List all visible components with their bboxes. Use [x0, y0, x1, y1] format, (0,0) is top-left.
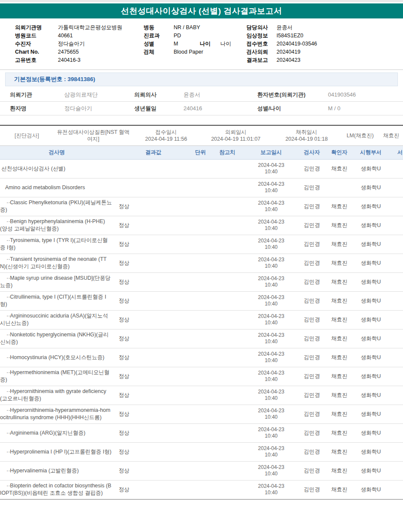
tester-name: 김민경: [296, 197, 328, 216]
field-label: 결과보고: [247, 56, 277, 64]
report-datetime: 2024-04-2310:40: [247, 235, 296, 254]
diagnosis-cell-line1: 유전성대사이상질환[NST 혈액여지]: [54, 129, 132, 142]
tester-name: 김민경: [296, 423, 328, 442]
tester-name: 김민경: [296, 272, 328, 291]
field-label: 병원코드: [15, 32, 58, 40]
form-cell: [391, 291, 403, 310]
field-value: 삼광의료재단: [64, 91, 134, 99]
confirmer-name: 채효진: [328, 367, 351, 386]
reference-value: [208, 272, 247, 291]
report-time: 10:40: [247, 301, 296, 307]
test-name: ··Homocystinuria (HCY)(호모시스틴뇨증): [0, 348, 114, 367]
patient-field-row: 의뢰기관명가톨릭대학교은평성모병원: [15, 24, 144, 32]
tester-name: 김민경: [296, 178, 328, 197]
report-date: 2024-04-23: [247, 370, 296, 376]
patient-field-row: 고유번호240416-3: [15, 56, 144, 64]
section-divider: [0, 70, 403, 70]
report-date: 2024-04-23: [247, 408, 296, 414]
report-time: 10:40: [247, 471, 296, 477]
patient-field-row: 접수번호20240419-03546: [247, 40, 388, 48]
test-name: Amino acid metabolism Disorders: [0, 178, 114, 197]
result-row: ··Homocystinuria (HCY)(호모시스틴뇨증)정상2024-04…: [0, 348, 403, 367]
field-label: 검체: [144, 48, 174, 56]
report-time: 10:40: [247, 357, 296, 364]
diagnosis-cell-line2: 2024-04-19 01:18: [273, 136, 340, 142]
unit-value: [193, 423, 208, 442]
report-time: 10:40: [247, 206, 296, 213]
tester-name: 김민경: [296, 216, 328, 235]
patient-field-row: 병원코드40661: [15, 32, 144, 40]
results-header-row: 검사명결과값단위참고치보고일시검사자확인자시행부서서식: [0, 146, 403, 159]
performing-dept: 생화학U: [351, 461, 391, 480]
unit-value: [193, 348, 208, 367]
patient-field-row: 임상정보I584S1EZ0: [247, 32, 388, 40]
column-header: 서식: [391, 146, 403, 159]
performing-dept: 생화학U: [351, 386, 391, 405]
field-label: 접수번호: [247, 40, 277, 48]
field-label: 의뢰의사: [134, 91, 183, 99]
report-date: 2024-04-23: [247, 162, 296, 169]
diagnosis-cell-line2: 2024-04-19 11:01:07: [200, 136, 271, 142]
results-table-wrap: 검사명결과값단위참고치보고일시검사자확인자시행부서서식 선천성대사이상검사 (선…: [0, 146, 403, 500]
column-header: 결과값: [114, 146, 193, 159]
field-label: 의뢰기관: [10, 91, 64, 99]
test-name: 선천성대사이상검사 (선별): [0, 159, 114, 178]
column-header: 시행부서: [351, 146, 391, 159]
unit-value: [193, 159, 208, 178]
unit-value: [193, 442, 208, 461]
diagnosis-cell: 채취일시2024-04-19 01:18: [272, 128, 341, 143]
report-time: 10:40: [247, 433, 296, 439]
test-name: ··Hypervalinemia (고발린혈증): [0, 461, 114, 480]
unit-value: [193, 461, 208, 480]
reference-value: [208, 367, 247, 386]
field-label: 의뢰기관명: [15, 24, 58, 32]
field-label: 성별/나이: [257, 105, 328, 112]
form-cell: [391, 197, 403, 216]
field-label: 환자명: [10, 105, 64, 112]
report-time: 10:40: [247, 395, 296, 402]
tester-name: 김민경: [296, 159, 328, 178]
unit-value: [193, 197, 208, 216]
confirmer-name: 채효진: [328, 386, 351, 405]
column-header: 확인자: [328, 146, 351, 159]
patient-header-col2: 병동NR / BABY진료과PD성별M나이나이검체Blood Paper: [144, 24, 247, 64]
test-name: ··Citrullinemia, type I (CIT)(시트룰린혈증 I형): [0, 291, 114, 310]
column-header: 검사명: [0, 146, 114, 159]
result-row: ··Transient tyrosinemia of the neonate (…: [0, 254, 403, 272]
reference-value: [208, 235, 247, 254]
performing-dept: 생화학U: [351, 423, 391, 442]
report-date: 2024-04-23: [247, 181, 296, 187]
reference-value: [208, 178, 247, 197]
diagnosis-cell: LM(채효진): [341, 131, 379, 140]
unit-value: [193, 235, 208, 254]
report-datetime: 2024-04-2310:40: [247, 159, 296, 178]
result-row: ··Hypermethioninemia (MET)(고메티오닌혈증)정상202…: [0, 367, 403, 386]
field-label: 생년월일: [134, 105, 183, 112]
report-date: 2024-04-23: [247, 200, 296, 206]
unit-value: [193, 310, 208, 329]
field-label: 성별: [144, 40, 174, 48]
field-value: 20240419-03546: [277, 40, 317, 48]
report-time: 10:40: [247, 490, 296, 496]
unit-value: [193, 178, 208, 197]
test-name: ··Tyrosinemia, type I (TYR I)(고타이로신혈증 I형…: [0, 235, 114, 254]
reference-value: [208, 159, 247, 178]
tester-name: 김민경: [296, 310, 328, 329]
performing-dept: 생화학U: [351, 272, 391, 291]
result-row: ··Benign hyperphenylalaninemia (H-PHE)(양…: [0, 216, 403, 235]
result-value: 정상: [114, 254, 193, 272]
field-value: 20240423: [277, 56, 301, 64]
tester-name: 김민경: [296, 291, 328, 310]
report-date: 2024-04-23: [247, 351, 296, 357]
unit-value: [193, 329, 208, 348]
confirmer-name: 채효진: [328, 197, 351, 216]
form-cell: [391, 405, 403, 423]
report-datetime: 2024-04-2310:40: [247, 310, 296, 329]
unit-value: [193, 367, 208, 386]
diagnosis-cell-line1: [진단검사]: [1, 132, 53, 139]
diagnosis-cell-line1: 의뢰일시: [200, 129, 271, 136]
confirmer-name: 채효진: [328, 235, 351, 254]
basic-info-row: 의뢰기관삼광의료재단의뢰의사윤종서환자번호(의뢰기관)041903546: [0, 88, 403, 102]
form-cell: [391, 442, 403, 461]
field-value: 240416: [183, 105, 257, 112]
